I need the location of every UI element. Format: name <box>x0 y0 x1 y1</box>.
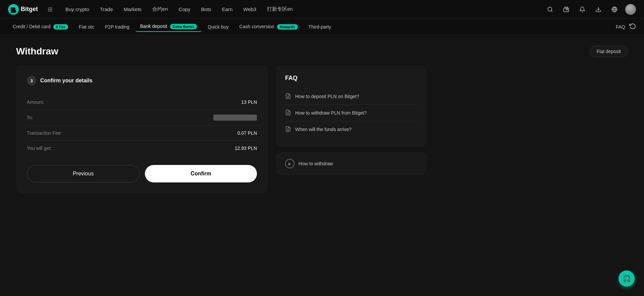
to-row: To: <box>27 110 257 126</box>
faq-card-title: FAQ <box>285 75 417 82</box>
nav-actions <box>545 4 636 15</box>
previous-button[interactable]: Previous <box>27 165 140 182</box>
doc-icon-2 <box>285 126 292 133</box>
you-get-value: 12.93 PLN <box>235 145 257 151</box>
faq-item-1[interactable]: How to withdraw PLN from Bitget? <box>285 105 417 121</box>
search-icon[interactable] <box>545 4 555 15</box>
doc-icon-1 <box>285 110 292 116</box>
nav-earn[interactable]: Earn <box>217 4 237 15</box>
amount-row: Amount: 13 PLN <box>27 95 257 110</box>
btn-row: Previous Confirm <box>27 165 257 182</box>
you-get-label: You will get: <box>27 145 52 151</box>
subnav-right: FAQ <box>616 23 636 31</box>
faq-card: FAQ How to deposit PLN on Bitget? How to… <box>276 65 427 147</box>
navbar: Bitget ⊞ Buy crypto Trade Markets 合约en C… <box>0 0 644 19</box>
globe-icon[interactable] <box>609 4 620 15</box>
to-label: To: <box>27 115 33 120</box>
rewards-badge: Rewards <box>277 24 298 30</box>
nav-markets[interactable]: Markets <box>119 4 146 15</box>
video-card-label: How to withdraw <box>299 161 333 166</box>
subnav-quick-buy[interactable]: Quick buy <box>203 22 233 32</box>
bell-icon[interactable] <box>577 4 588 15</box>
download-icon[interactable] <box>593 4 604 15</box>
confirm-button[interactable]: Confirm <box>145 165 257 182</box>
doc-icon-0 <box>285 93 292 100</box>
page-header: Withdraw Fiat deposit <box>16 46 628 57</box>
wallet-icon[interactable] <box>561 4 572 15</box>
amount-label: Amount: <box>27 99 44 105</box>
confirm-card: 3 Confirm your details Amount: 13 PLN To… <box>16 65 268 193</box>
card-title: Confirm your details <box>40 78 93 84</box>
svg-line-2 <box>551 10 552 11</box>
play-icon: ▶ <box>285 159 294 168</box>
video-card[interactable]: ▶ How to withdraw <box>276 152 427 175</box>
page-title: Withdraw <box>16 46 58 57</box>
subnav: Credit / Debit card 0 Fee Fiat otc P2P t… <box>0 19 644 35</box>
details-table: Amount: 13 PLN To: Transaction Fee: 0.07… <box>27 95 257 156</box>
you-get-row: You will get: 12.93 PLN <box>27 141 257 156</box>
logo[interactable]: Bitget <box>8 4 38 15</box>
fee-value: 0.07 PLN <box>237 130 257 136</box>
grid-icon[interactable]: ⊞ <box>45 4 55 15</box>
step-badge: 3 <box>27 76 36 85</box>
fee-label: Transaction Fee: <box>27 130 62 136</box>
history-icon[interactable] <box>629 23 636 31</box>
support-button[interactable]: 🎧 <box>619 270 635 287</box>
nav-contracts[interactable]: 合约en <box>148 3 173 15</box>
nav-copy[interactable]: Copy <box>174 4 195 15</box>
subnav-bank-deposit[interactable]: Bank deposit Extra Bonus <box>136 22 202 32</box>
fee-row: Transaction Fee: 0.07 PLN <box>27 126 257 141</box>
support-icon: 🎧 <box>623 274 631 283</box>
to-value-blurred <box>213 115 257 121</box>
faq-item-2[interactable]: When will the funds arrive? <box>285 121 417 137</box>
subnav-p2p[interactable]: P2P trading <box>100 22 134 32</box>
nav-new-zone[interactable]: 打新专区en <box>262 3 298 15</box>
fiat-deposit-button[interactable]: Fiat deposit <box>590 46 628 57</box>
subnav-third-party[interactable]: Third-party <box>304 22 336 32</box>
subnav-credit-card[interactable]: Credit / Debit card 0 Fee <box>8 22 73 32</box>
subnav-fiat-otc[interactable]: Fiat otc <box>74 22 99 32</box>
nav-buy-crypto[interactable]: Buy crypto <box>61 4 94 15</box>
subnav-cash-conversion[interactable]: Cash conversion Rewards <box>235 22 303 32</box>
nav-bots[interactable]: Bots <box>197 4 216 15</box>
subnav-faq-link[interactable]: FAQ <box>616 24 625 30</box>
faq-item-label-1: How to withdraw PLN from Bitget? <box>295 110 367 116</box>
page-content: Withdraw Fiat deposit 3 Confirm your det… <box>0 35 644 204</box>
nav-trade[interactable]: Trade <box>95 4 118 15</box>
logo-text: Bitget <box>21 6 38 13</box>
nav-web3[interactable]: Web3 <box>238 4 261 15</box>
extra-bonus-badge: Extra Bonus <box>170 24 197 29</box>
zero-fee-badge: 0 Fee <box>53 24 68 30</box>
amount-value: 13 PLN <box>241 99 257 105</box>
avatar[interactable] <box>625 4 636 15</box>
faq-item-0[interactable]: How to deposit PLN on Bitget? <box>285 88 417 105</box>
main-layout: 3 Confirm your details Amount: 13 PLN To… <box>16 65 628 193</box>
card-header: 3 Confirm your details <box>27 76 257 85</box>
sidebar: FAQ How to deposit PLN on Bitget? How to… <box>276 65 427 175</box>
nav-links: Buy crypto Trade Markets 合约en Copy Bots … <box>61 3 542 15</box>
svg-point-1 <box>548 7 552 11</box>
faq-item-label-0: How to deposit PLN on Bitget? <box>295 94 359 99</box>
faq-item-label-2: When will the funds arrive? <box>295 127 352 132</box>
